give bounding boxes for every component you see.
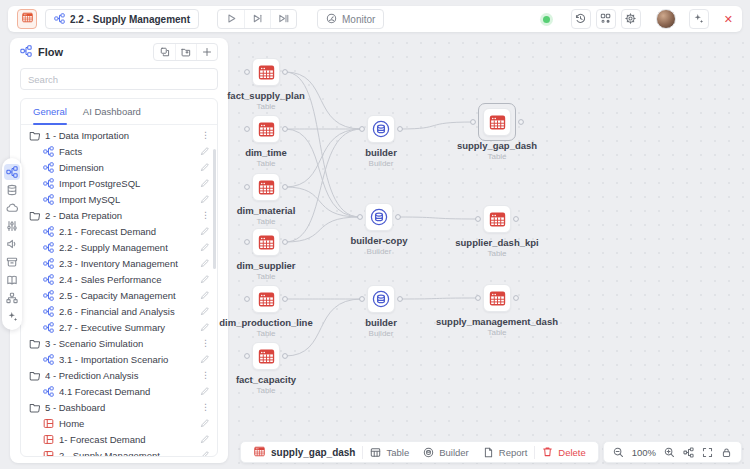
- sidebar-title: Flow: [38, 46, 147, 58]
- tree-item-3-1-importation-scenario[interactable]: 3.1 - Importation Scenario: [21, 351, 217, 367]
- topbar-right-buttons: [566, 9, 641, 29]
- dashboard-icon: [43, 450, 54, 457]
- tree-item-dimension[interactable]: Dimension: [21, 159, 217, 175]
- node-builder_bottom[interactable]: [367, 285, 395, 313]
- toolstrip-cloud-icon[interactable]: [4, 200, 20, 216]
- more-icon[interactable]: ⋮: [201, 402, 210, 412]
- node-dim_supplier[interactable]: [252, 228, 280, 256]
- delete-button[interactable]: Delete: [535, 446, 592, 459]
- selection-toolbar: supply_gap_dash TableBuilderReport Delet…: [240, 441, 599, 463]
- node-dim_production_line[interactable]: [252, 285, 280, 313]
- close-icon[interactable]: ✕: [724, 14, 733, 25]
- tree-item-label: 4 - Prediction Analysis: [45, 370, 196, 381]
- toolstrip-sliders-icon[interactable]: [4, 218, 20, 234]
- node-label: dim_supplier: [196, 260, 336, 271]
- flow-icon: [43, 242, 54, 253]
- node-builder_top[interactable]: [367, 115, 395, 143]
- table-icon: [257, 347, 276, 366]
- builder-button[interactable]: Builder: [416, 447, 476, 458]
- ai-assistant-button[interactable]: [689, 9, 709, 29]
- selected-node-chip[interactable]: supply_gap_dash: [246, 445, 362, 460]
- toolstrip-hierarchy-icon[interactable]: [4, 290, 20, 306]
- toolstrip-flow-icon[interactable]: [4, 164, 20, 180]
- run-button[interactable]: [218, 10, 244, 28]
- node-supply_management_dash[interactable]: [483, 284, 511, 312]
- toolstrip-archive-icon[interactable]: [4, 254, 20, 270]
- edit-icon[interactable]: [200, 350, 210, 368]
- report-button[interactable]: Report: [476, 447, 535, 458]
- node-fact_supply_plan[interactable]: [252, 58, 280, 86]
- search-input[interactable]: [20, 68, 218, 90]
- tree-item-2-supply-management[interactable]: 2 - Supply Management: [21, 447, 217, 456]
- tree-item-4-1-forecast-demand[interactable]: 4.1 Forecast Demand: [21, 383, 217, 399]
- tree-item-2-3-inventory-management[interactable]: 2.3 - Inventory Management: [21, 255, 217, 271]
- node-builder_copy[interactable]: [365, 203, 393, 231]
- tree-item-facts[interactable]: Facts: [21, 143, 217, 159]
- builder-icon: [371, 119, 391, 139]
- monitor-button[interactable]: Monitor: [317, 9, 384, 29]
- flow-icon: [43, 322, 54, 333]
- tree-item-1-forecast-demand[interactable]: 1- Forecast Demand: [21, 431, 217, 447]
- top-toolbar: 2.2 - Supply Management Monitor ✕: [8, 6, 742, 32]
- history-button[interactable]: [571, 9, 591, 29]
- apps-button[interactable]: [596, 9, 616, 29]
- run-step-icon: [252, 10, 263, 28]
- settings-button[interactable]: [621, 9, 641, 29]
- node-fact_capacity[interactable]: [252, 342, 280, 370]
- current-flow-button[interactable]: 2.2 - Supply Management: [45, 9, 199, 29]
- folder-icon: [29, 402, 40, 413]
- more-icon[interactable]: ⋮: [201, 338, 210, 348]
- lock-icon[interactable]: [721, 447, 732, 458]
- table-icon: [488, 113, 507, 132]
- tree-item-2-1-forecast-demand[interactable]: 2.1 - Forecast Demand: [21, 223, 217, 239]
- table-icon: [488, 289, 507, 308]
- tree-item-2-2-supply-management[interactable]: 2.2 - Supply Management: [21, 239, 217, 255]
- tree-folder-2-data-prepation[interactable]: 2 - Data Prepation⋮: [21, 207, 217, 223]
- add-button[interactable]: [196, 44, 217, 60]
- toolstrip-speaker-icon[interactable]: [4, 236, 20, 252]
- folder-icon: [29, 370, 40, 381]
- tree-item-import-mysql[interactable]: Import MySQL: [21, 191, 217, 207]
- node-dim_material[interactable]: [252, 173, 280, 201]
- run-step-button[interactable]: [244, 10, 270, 28]
- tree-item-label: 5 - Dashboard: [45, 402, 196, 413]
- tree-folder-5-dashboard[interactable]: 5 - Dashboard⋮: [21, 399, 217, 415]
- tree-item-home[interactable]: Home: [21, 415, 217, 431]
- tree-item-2-4-sales-performance[interactable]: 2.4 - Sales Performance: [21, 271, 217, 287]
- trash-icon: [542, 446, 553, 459]
- tree-item-import-postgresql[interactable]: Import PostgreSQL: [21, 175, 217, 191]
- flow-icon: [43, 306, 54, 317]
- delete-label: Delete: [558, 447, 585, 458]
- fullscreen-icon[interactable]: [702, 447, 713, 458]
- toolstrip-book-icon[interactable]: [4, 272, 20, 288]
- node-dim_time[interactable]: [252, 115, 280, 143]
- toolstrip-database-icon[interactable]: [4, 182, 20, 198]
- table-icon: [257, 233, 276, 252]
- tab-ai-dashboard[interactable]: AI Dashboard: [83, 99, 141, 124]
- tree-item-2-5-capacity-management[interactable]: 2.5 - Capacity Management: [21, 287, 217, 303]
- table-button[interactable]: Table: [363, 447, 416, 458]
- tree-item-2-6-financial-and-analysis[interactable]: 2.6 - Financial and Analysis: [21, 303, 217, 319]
- app-logo-icon[interactable]: [17, 9, 37, 29]
- edit-icon[interactable]: [200, 446, 210, 456]
- node-supplier_dash_kpi[interactable]: [483, 205, 511, 233]
- zoom-in-icon[interactable]: [664, 447, 675, 458]
- toolstrip-sparkles-icon[interactable]: [4, 308, 20, 324]
- selected-node-name: supply_gap_dash: [271, 447, 355, 458]
- tab-general[interactable]: General: [33, 99, 67, 124]
- run-pause-button[interactable]: [270, 10, 296, 28]
- table-logo-icon: [21, 10, 34, 28]
- apps-icon: [600, 10, 611, 28]
- copy-button[interactable]: [154, 44, 175, 60]
- user-avatar[interactable]: [656, 9, 676, 29]
- tree-folder-3-scenario-simulation[interactable]: 3 - Scenario Simulation⋮: [21, 335, 217, 351]
- more-icon[interactable]: ⋮: [201, 130, 210, 140]
- tree-item-2-7-executive-summary[interactable]: 2.7 - Executive Summary: [21, 319, 217, 335]
- fit-flow-icon[interactable]: [683, 447, 694, 458]
- tree-folder-1-data-importation[interactable]: 1 - Data Importation⋮: [21, 127, 217, 143]
- builder-icon: [369, 207, 389, 227]
- tree-folder-4-prediction-analysis[interactable]: 4 - Prediction Analysis⋮: [21, 367, 217, 383]
- zoom-out-icon[interactable]: [613, 447, 624, 458]
- add-folder-button[interactable]: [175, 44, 196, 60]
- node-supply_gap_dash[interactable]: [483, 108, 511, 136]
